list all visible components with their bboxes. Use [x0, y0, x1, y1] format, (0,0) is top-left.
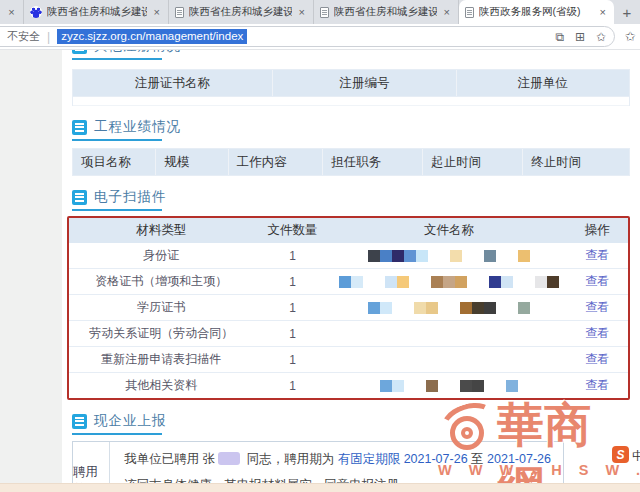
document-favicon	[465, 7, 474, 18]
section-registration-title-clipped: 其他注册情况	[72, 50, 630, 62]
action-cell: 查看	[566, 243, 627, 268]
url-text[interactable]: zyzc.sjzz.org.cn/management/index	[57, 29, 247, 44]
file-count: 1	[253, 373, 331, 398]
material-type: 劳动关系证明（劳动合同）	[69, 321, 253, 346]
list-icon	[72, 120, 87, 135]
page-content: 其他注册情况 注册证书名称注册编号注册单位 工程业绩情况 项目名称规模工作内容担…	[0, 50, 640, 492]
split-screen-icon[interactable]: ⧉	[555, 30, 564, 44]
list-icon	[72, 190, 87, 205]
tab-label: 陕西省住房和城乡建设厅	[47, 5, 147, 19]
section-report-title: 现企业上报	[72, 412, 630, 435]
section-title: 电子扫描件	[94, 188, 167, 206]
registration-table: 注册证书名称注册编号注册单位	[72, 69, 630, 106]
material-type: 重新注册申请表扫描件	[69, 347, 253, 372]
list-icon	[72, 414, 87, 429]
view-link[interactable]: 查看	[585, 273, 609, 290]
browser-tab[interactable]: 陕西省住房和城乡建设厅×	[169, 0, 314, 24]
scan-table-row: 其他相关资料1查看	[69, 373, 628, 398]
action-cell: 查看	[566, 295, 627, 320]
column-header: 工作内容	[229, 149, 324, 175]
security-label: 不安全	[7, 29, 40, 44]
action-cell: 查看	[566, 347, 627, 372]
action-cell: 查看	[566, 321, 627, 346]
file-count: 1	[253, 321, 331, 346]
highlight-red-box: 材料类型文件数量文件名称操作 身份证1查看资格证书（增项和主项）1查看学历证书1…	[67, 216, 630, 400]
view-link[interactable]: 查看	[585, 325, 609, 342]
bottom-strip	[0, 483, 640, 492]
address-separator: |	[47, 30, 50, 44]
new-tab-button[interactable]: +	[614, 0, 640, 24]
material-type: 身份证	[69, 243, 253, 268]
performance-table: 项目名称规模工作内容担任职务起止时间终止时间	[72, 148, 630, 176]
url-field[interactable]: 不安全 | zyzc.sjzz.org.cn/management/index …	[0, 26, 615, 47]
document-favicon	[175, 7, 184, 18]
column-header: 起止时间	[423, 149, 523, 175]
tab-close-icon[interactable]: ×	[598, 6, 608, 18]
file-count: 1	[253, 243, 331, 268]
view-link[interactable]: 查看	[585, 351, 609, 368]
opinion-text-segment: 2021-07-26	[400, 452, 471, 466]
browser-tab-active[interactable]: 陕西政务服务网(省级)×	[459, 0, 614, 24]
action-cell: 查看	[566, 373, 627, 398]
column-header: 材料类型	[69, 218, 253, 243]
opinion-line-1: 我单位已聘用 张 同志，聘用期为 有固定期限 2021-07-26 至 2021…	[124, 451, 551, 468]
file-name-redacted	[332, 295, 567, 320]
opinion-text-segment: 有固定期限	[338, 452, 401, 466]
section-title: 其他注册情况	[94, 50, 181, 55]
view-link[interactable]: 查看	[585, 247, 609, 264]
address-bar: 不安全 | zyzc.sjzz.org.cn/management/index …	[0, 24, 640, 50]
left-margin	[0, 50, 62, 492]
add-favorite-icon[interactable]: ✩	[596, 30, 606, 44]
scan-table-row: 重新注册申请表扫描件1查看	[69, 347, 628, 373]
file-count: 1	[253, 269, 331, 294]
tab-close-icon[interactable]: ×	[442, 6, 452, 18]
section-performance-title: 工程业绩情况	[72, 118, 630, 141]
tab-label: 陕西省住房和城乡建设厅	[189, 5, 292, 19]
section-scans-title: 电子扫描件	[72, 188, 630, 211]
column-header: 注册单位	[457, 70, 629, 96]
browser-tab[interactable]: 陕西省住房和城乡建设厅×	[24, 0, 169, 24]
title-underline	[72, 58, 162, 60]
scan-table-row: 学历证书1查看	[69, 295, 628, 321]
file-count: 1	[253, 347, 331, 372]
tab-close-icon[interactable]: ×	[297, 6, 307, 18]
document-favicon	[320, 7, 329, 18]
tab-close-icon[interactable]: ×	[152, 6, 162, 18]
column-header: 终止时间	[523, 149, 629, 175]
file-count: 1	[253, 295, 331, 320]
empty-row	[73, 97, 629, 106]
browser-tab-bar: × 陕西省住房和城乡建设厅×陕西省住房和城乡建设厅×陕西省住房和城乡建设厅×陕西…	[0, 0, 640, 24]
view-link[interactable]: 查看	[585, 377, 609, 394]
title-underline	[72, 209, 162, 211]
scans-table-header: 材料类型文件数量文件名称操作	[69, 218, 628, 243]
scans-table-body: 身份证1查看资格证书（增项和主项）1查看学历证书1查看劳动关系证明（劳动合同）1…	[69, 243, 628, 398]
material-type: 学历证书	[69, 295, 253, 320]
favorites-bar-icon[interactable]: ✩	[625, 29, 636, 44]
collections-icon[interactable]: ⊞	[575, 30, 585, 44]
redacted-name	[218, 452, 240, 465]
opinion-text-segment: 至	[471, 452, 487, 466]
browser-tab[interactable]: 陕西省住房和城乡建设厅×	[314, 0, 459, 24]
column-header: 注册编号	[273, 70, 456, 96]
column-header: 文件名称	[332, 218, 567, 243]
action-cell: 查看	[566, 269, 627, 294]
partial-tab-close[interactable]: ×	[0, 0, 24, 24]
opinion-text-segment: 同志，聘用期为	[243, 452, 337, 466]
section-title: 现企业上报	[94, 412, 167, 430]
column-header: 操作	[566, 218, 627, 243]
file-name-redacted	[332, 347, 567, 372]
title-underline	[72, 433, 162, 435]
opinion-text-segment: 2021-07-26	[487, 452, 551, 466]
file-name-redacted	[332, 321, 567, 346]
column-header: 文件数量	[253, 218, 331, 243]
material-type: 其他相关资料	[69, 373, 253, 398]
column-header: 注册证书名称	[73, 70, 273, 96]
title-underline	[72, 139, 162, 141]
material-type: 资格证书（增项和主项）	[69, 269, 253, 294]
file-name-redacted	[332, 243, 567, 268]
view-link[interactable]: 查看	[585, 299, 609, 316]
tab-label: 陕西省住房和城乡建设厅	[334, 5, 437, 19]
column-header: 项目名称	[73, 149, 156, 175]
column-header: 规模	[156, 149, 228, 175]
opinion-text-segment: 我单位已聘用 张	[124, 452, 215, 466]
